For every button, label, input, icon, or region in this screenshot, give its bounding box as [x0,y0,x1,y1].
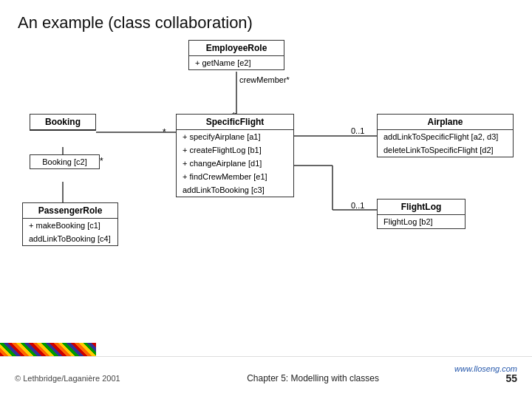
booking-header: Booking [30,115,95,130]
airplane-header: Airplane [378,115,513,130]
footer-chapter: Chapter 5: Modelling with classes [247,373,379,383]
specific-flight-box: SpecificFlight + specifyAirplane [a1] + … [176,114,294,197]
mult-star-sf: * [163,127,166,137]
footer-page: 55 [505,372,517,384]
diagram-container: EmployeeRole + getName [e2] crewMember* … [15,40,517,276]
booking-sub-box: Booking [c2] [30,154,100,169]
passenger-role-header: PassengerRole [23,203,117,219]
flight-log-box: FlightLog FlightLog [b2] [377,199,466,229]
mult-0-1-airplane: 0..1 [351,126,364,135]
passenger-role-body2: addLinkToBooking [c4] [23,232,117,245]
flight-log-body1: FlightLog [b2] [378,215,465,228]
employee-role-header: EmployeeRole [189,41,284,56]
specific-flight-header: SpecificFlight [177,115,293,130]
airplane-body2: deleteLinkToSpecificFlight [d2] [378,143,513,157]
stripe-decoration [0,343,96,356]
footer: © Lethbridge/Laganière 2001 Chapter 5: M… [0,356,532,399]
footer-copyright: © Lethbridge/Laganière 2001 [15,374,120,383]
page-title: An example (class collaboration) [0,0,532,40]
employee-role-body: + getName [e2] [189,56,284,69]
passenger-role-body1: + makeBooking [c1] [23,219,117,232]
specific-flight-body1: + specifyAirplane [a1] [177,130,293,143]
specific-flight-body3: + changeAirplane [d1] [177,157,293,170]
booking-star: * [100,156,103,166]
employee-role-box: EmployeeRole + getName [e2] [188,40,284,70]
mult-0-1-flightlog: 0..1 [351,201,364,210]
airplane-box: Airplane addLinkToSpecificFlight [a2, d3… [377,114,514,157]
specific-flight-body5: addLinkToBooking [c3] [177,183,293,197]
specific-flight-body2: + createFlightLog [b1] [177,143,293,157]
flight-log-header: FlightLog [378,200,465,215]
passenger-role-box: PassengerRole + makeBooking [c1] addLink… [22,202,118,246]
crew-member-label: crewMember* [239,75,290,84]
booking-sub-label: Booking [c2] [30,155,99,168]
airplane-body1: addLinkToSpecificFlight [a2, d3] [378,130,513,143]
specific-flight-body4: + findCrewMember [e1] [177,170,293,183]
booking-box: Booking [30,114,96,131]
